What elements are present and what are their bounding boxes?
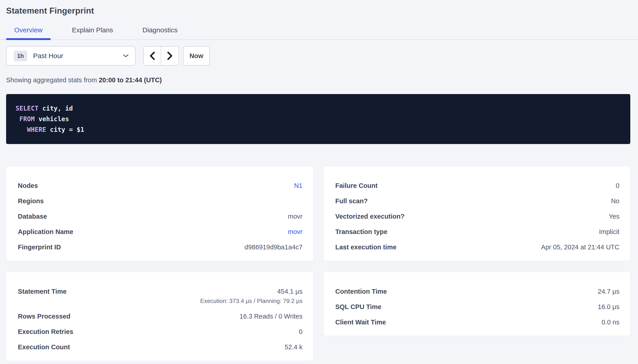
row-value: Implicit [599,228,619,235]
row-value: 0 [616,182,619,189]
time-range-pager [143,46,179,66]
chevron-left-icon [149,52,155,60]
sql-line: FROM vehicles [16,114,621,124]
row-value: 16.0 µs [598,303,619,310]
card-row: Databasemovr [18,213,302,220]
row-label: Vectorized execution? [335,213,404,220]
row-value: 454.1 µs [277,288,302,295]
sql-line: WHERE city = $1 [16,124,621,135]
card-row: Transaction typeImplicit [335,228,619,235]
row-value: 24.7 µs [598,288,619,295]
card-row: NodesN1 [18,182,302,189]
row-value: d986919d9ba1a4c7 [245,244,302,251]
card-row: Regions [18,197,302,204]
row-label: Failure Count [335,182,378,189]
row-label: Last execution time [335,244,397,251]
row-label: Client Wait Time [335,318,386,326]
time-range-label: Past Hour [33,52,63,60]
row-value: 52.4 k [285,344,302,351]
aggregated-stats-text: Showing aggregated stats from 20:00 to 2… [6,76,630,84]
card-row: Rows Processed16.3 Reads / 0 Writes [18,313,302,320]
statement-details-card: NodesN1RegionsDatabasemovrApplication Na… [6,166,313,261]
card-row: Failure Count0 [335,182,619,189]
row-subvalue: Execution: 373.4 µs / Planning: 79.2 µs [200,297,302,304]
aggregated-stats-prefix: Showing aggregated stats from [6,76,99,84]
row-label: Transaction type [335,228,387,235]
page-title: Statement Fingerprint [6,6,630,16]
row-label: Contention Time [335,288,387,295]
row-value: No [611,197,619,204]
card-row: Execution Count52.4 k [18,344,302,351]
card-row: Vectorized execution?Yes [335,213,619,220]
row-value: 16.3 Reads / 0 Writes [240,313,302,320]
row-value: Yes [609,213,619,220]
card-row: Contention Time24.7 µs [335,288,619,295]
card-row: Client Wait Time0.0 ns [335,318,619,326]
row-label: Rows Processed [18,313,70,320]
row-value-link[interactable]: N1 [294,182,302,189]
prev-range-button[interactable] [144,46,161,65]
stats-cards-grid: NodesN1RegionsDatabasemovrApplication Na… [6,166,630,360]
statement-timing-card: Statement Time454.1 µsExecution: 373.4 µ… [6,272,313,360]
sql-line: SELECT city, id [16,103,621,114]
card-row: SQL CPU Time16.0 µs [335,303,619,310]
row-label: Fingerprint ID [18,244,61,251]
chevron-down-icon [123,54,129,58]
aggregated-stats-range: 20:00 to 21:44 (UTC) [99,76,162,84]
card-row: Fingerprint IDd986919d9ba1a4c7 [18,244,302,251]
row-label: Nodes [18,182,38,189]
row-label: Execution Retries [18,328,73,335]
card-row: Full scan?No [335,197,619,204]
card-row: Statement Time454.1 µsExecution: 373.4 µ… [18,288,302,304]
row-label: Application Name [18,228,73,235]
sql-statement-box: SELECT city, id FROM vehicles WHERE city… [6,94,630,144]
row-value: 0.0 ns [601,318,619,326]
execution-attributes-card: Failure Count0Full scan?NoVectorized exe… [324,166,630,261]
row-value: movr [288,213,302,220]
row-label: Database [18,213,47,220]
row-label: Statement Time [18,288,67,295]
tab-explain-plans[interactable]: Explain Plans [64,26,121,39]
card-row: Execution Retries0 [18,328,302,335]
chevron-right-icon [167,52,173,60]
statement-fingerprint-page: Statement Fingerprint OverviewExplain Pl… [0,0,638,360]
row-label: Regions [18,197,44,204]
tab-bar: OverviewExplain PlansDiagnostics [0,26,638,40]
row-value: 0 [299,328,302,335]
time-range-badge: 1h [14,51,27,61]
row-value-link[interactable]: movr [288,228,302,235]
card-row: Last execution timeApr 05, 2024 at 21:44… [335,244,619,251]
time-controls: 1h Past Hour Now [6,46,630,66]
row-value: Apr 05, 2024 at 21:44 UTC [541,244,619,251]
row-label: SQL CPU Time [335,303,381,310]
next-range-button[interactable] [161,46,179,65]
time-range-dropdown[interactable]: 1h Past Hour [6,46,136,66]
tab-overview[interactable]: Overview [6,26,51,39]
row-label: Execution Count [18,344,70,351]
card-row: Application Namemovr [18,228,302,235]
tab-diagnostics[interactable]: Diagnostics [134,26,186,39]
row-label: Full scan? [335,197,368,204]
now-button[interactable]: Now [183,46,210,66]
wait-timing-card: Contention Time24.7 µsSQL CPU Time16.0 µ… [324,272,630,336]
